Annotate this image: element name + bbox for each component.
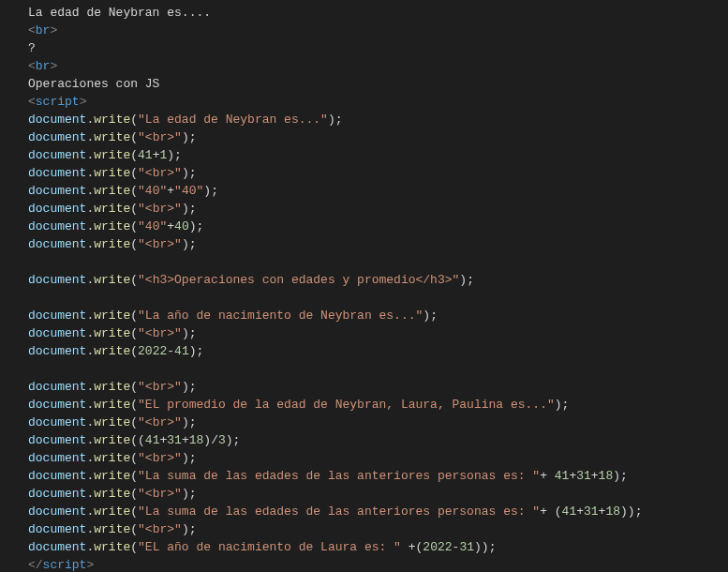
obj-document: document [28,202,86,216]
code-line: document.write("<br>"); [28,164,728,182]
string-arg: "<br>" [138,380,182,394]
paren-open: ( [130,130,138,144]
op-plus: + [540,504,547,519]
fn-write: write [94,487,130,501]
paren-open: ( [130,237,138,251]
paren-close: ) [182,487,189,501]
paren-close: ) [189,219,197,233]
op-plus: + [409,540,416,554]
op-plus: + [167,219,174,233]
semicolon: ; [635,504,643,519]
fn-write: write [94,344,130,358]
semicolon: ; [189,380,197,394]
paren-close: ) [182,237,189,251]
fn-write: write [94,398,130,412]
code-line: document.write(2022-41); [28,342,728,360]
code-line: document.write("40"+40); [28,218,728,235]
paren-open: ( [130,522,138,536]
tag-br: br [36,23,51,38]
string-arg: "<br>" [138,487,182,501]
code-line: <script> [28,93,728,111]
paren-close: ) [203,433,211,447]
paren-open: ( [130,113,138,127]
obj-document: document [28,237,86,251]
obj-document: document [28,166,86,180]
code-line: <br> [28,22,728,39]
obj-document: document [28,273,86,287]
obj-document: document [28,451,86,465]
fn-write: write [94,522,130,536]
op-plus: + [576,504,584,519]
paren-close: ) [555,398,562,412]
semicolon: ; [189,451,197,465]
angle-close: > [80,95,87,109]
paren-close: ) [182,522,189,536]
semicolon: ; [467,273,474,287]
fn-write: write [94,113,130,127]
fn-write: write [94,415,130,429]
semicolon: ; [197,219,204,233]
string-arg: "La suma de las edades de las anteriores… [138,469,540,483]
paren-open: ( [555,504,562,519]
paren-close: ) [328,113,335,127]
string-arg: "La edad de Neybran es..." [138,113,328,127]
string-arg: "EL año de nacimiento de Laura es: " [138,540,401,554]
fn-write: write [94,273,130,287]
semicolon: ; [335,113,343,127]
semicolon: ; [489,540,497,554]
obj-document: document [28,380,86,394]
obj-document: document [28,148,86,162]
code-line: document.write("EL promedio de la edad d… [28,396,728,414]
paren-close: ) [167,148,174,162]
obj-document: document [28,398,86,412]
paren-open: ( [130,184,138,198]
code-line: document.write("La suma de las edades de… [28,503,728,520]
fn-write: write [94,166,130,180]
string-arg: "40" [174,184,203,198]
code-line: document.write((41+31+18)/3); [28,431,728,449]
obj-document: document [28,504,86,519]
paren-open: ( [130,540,138,554]
op-plus: + [167,184,174,198]
paren-close: ) [189,344,197,358]
blank-line [28,360,728,378]
semicolon: ; [189,415,197,429]
paren-close: ) [182,380,189,394]
space [547,469,555,483]
code-editor[interactable]: La edad de Neybran es.... <br> ? <br> Op… [0,4,728,572]
fn-write: write [94,148,130,162]
string-arg: "<br>" [138,166,182,180]
paren-close: ) [482,540,489,554]
paren-open: ( [130,273,138,287]
obj-document: document [28,309,86,323]
code-line: document.write("EL año de nacimiento de … [28,538,728,556]
number: 31 [459,540,474,554]
fn-write: write [94,504,130,519]
code-line: document.write("<br>"); [28,200,728,218]
obj-document: document [28,344,86,358]
paren-open: ( [130,309,138,323]
fn-write: write [94,469,130,483]
semicolon: ; [189,237,197,251]
fn-write: write [94,130,130,144]
code-line: document.write("<br>"); [28,128,728,146]
number: 18 [605,504,620,519]
semicolon: ; [211,184,218,198]
paren-close: ) [182,202,189,216]
number: 18 [189,433,204,447]
string-arg: "<br>" [138,326,182,340]
number: 41 [174,344,189,358]
code-line: document.write("<br>"); [28,520,728,538]
semicolon: ; [189,130,197,144]
obj-document: document [28,415,86,429]
op-div: / [211,433,218,447]
code-line: Operaciones con JS [28,75,728,93]
fn-write: write [94,433,130,447]
angle-close: > [50,59,57,73]
code-line: document.write("La edad de Neybran es...… [28,111,728,128]
op-plus: + [591,469,599,483]
paren-close: ) [628,504,635,519]
code-line: <br> [28,57,728,75]
paren-close: ) [459,273,467,287]
number: 41 [138,148,153,162]
